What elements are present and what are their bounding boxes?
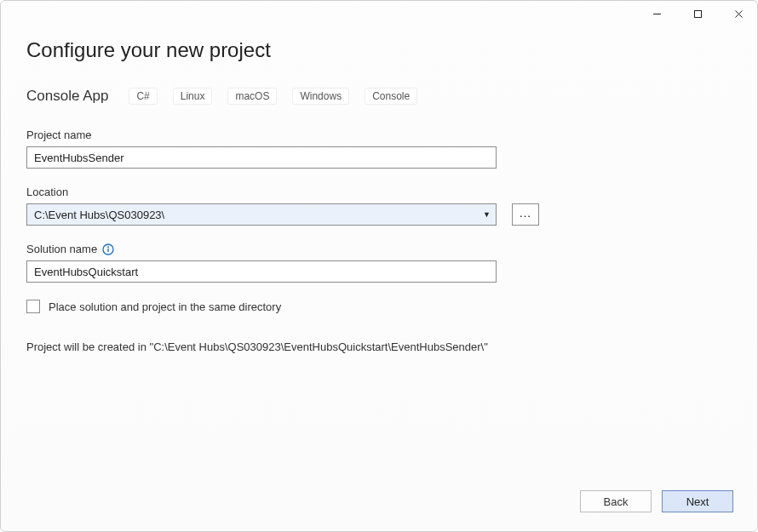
- svg-point-5: [107, 246, 109, 248]
- info-icon[interactable]: [102, 243, 114, 255]
- solution-name-label-row: Solution name: [26, 243, 497, 255]
- chevron-down-icon: ▼: [483, 210, 491, 219]
- svg-rect-6: [107, 249, 108, 252]
- tag: Windows: [292, 88, 349, 105]
- template-name: Console App: [26, 88, 108, 105]
- solution-name-input[interactable]: [26, 260, 497, 283]
- tag: Linux: [173, 88, 213, 105]
- location-block: Location C:\Event Hubs\QS030923\ ▼ ...: [26, 186, 539, 226]
- tag: C#: [129, 88, 157, 105]
- same-dir-label: Place solution and project in the same d…: [49, 300, 281, 313]
- page-title: Configure your new project: [26, 38, 732, 62]
- location-label: Location: [26, 186, 539, 198]
- browse-button[interactable]: ...: [512, 203, 539, 226]
- maximize-button[interactable]: [686, 4, 709, 23]
- solution-name-block: Solution name: [26, 243, 497, 283]
- project-name-label: Project name: [26, 129, 497, 141]
- same-dir-row: Place solution and project in the same d…: [26, 300, 497, 313]
- same-dir-checkbox[interactable]: [26, 300, 40, 313]
- project-name-input[interactable]: [26, 146, 497, 169]
- titlebar: [1, 1, 757, 26]
- dialog-window: Configure your new project Console App C…: [0, 0, 758, 532]
- solution-name-label: Solution name: [26, 243, 97, 255]
- location-combo[interactable]: C:\Event Hubs\QS030923\ ▼: [26, 203, 497, 226]
- form-area: Project name Location C:\Event Hubs\QS03…: [26, 129, 497, 313]
- tag: Console: [365, 88, 417, 105]
- back-button[interactable]: Back: [580, 490, 652, 512]
- minimize-button[interactable]: [645, 4, 669, 23]
- content-area: Configure your new project Console App C…: [1, 26, 757, 490]
- project-name-block: Project name: [26, 129, 497, 169]
- svg-rect-1: [694, 10, 701, 17]
- tag: macOS: [227, 88, 277, 105]
- template-header-row: Console App C# Linux macOS Windows Conso…: [26, 88, 732, 105]
- next-button[interactable]: Next: [662, 490, 733, 512]
- creation-path-summary: Project will be created in "C:\Event Hub…: [26, 340, 732, 353]
- location-value: C:\Event Hubs\QS030923\: [34, 209, 164, 221]
- footer: Back Next: [1, 490, 757, 531]
- close-button[interactable]: [726, 4, 750, 23]
